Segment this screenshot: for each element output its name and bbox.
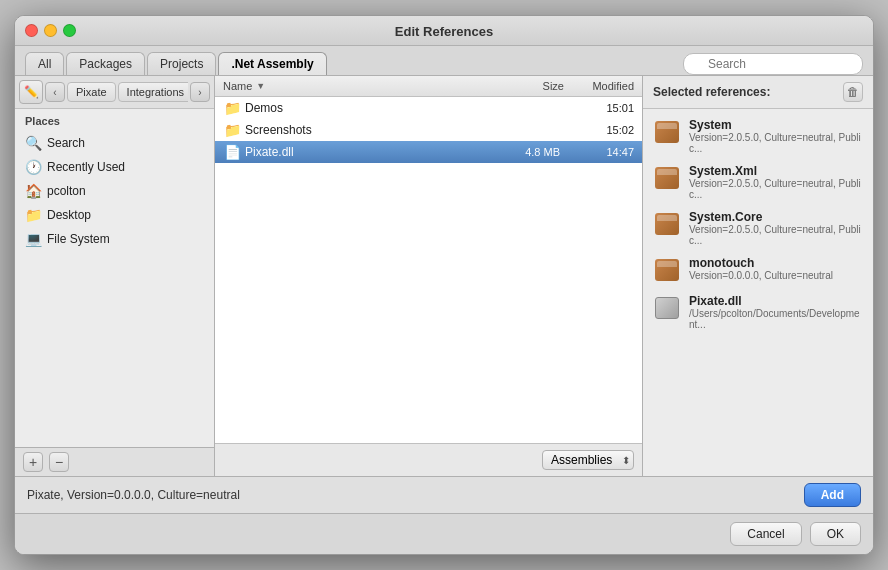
close-button[interactable] bbox=[25, 24, 38, 37]
add-button[interactable]: Add bbox=[804, 483, 861, 507]
dialog-title: Edit References bbox=[395, 24, 493, 39]
reference-list: System Version=2.0.5.0, Culture=neutral,… bbox=[643, 109, 873, 476]
file-list-header: Name ▼ Size Modified bbox=[215, 76, 642, 97]
ref-name-monotouch: monotouch bbox=[689, 256, 863, 270]
place-item-file-system[interactable]: 💻 File System bbox=[15, 227, 214, 251]
ref-item-monotouch[interactable]: monotouch Version=0.0.0.0, Culture=neutr… bbox=[643, 251, 873, 289]
tab-net-assembly[interactable]: .Net Assembly bbox=[218, 52, 326, 75]
sort-arrow-icon: ▼ bbox=[256, 81, 265, 91]
left-footer: + − bbox=[15, 447, 214, 476]
folder-icon: 📁 bbox=[25, 207, 41, 223]
edit-button[interactable]: ✏️ bbox=[19, 80, 43, 104]
ref-text-pixate-dll: Pixate.dll /Users/pcolton/Documents/Deve… bbox=[689, 294, 863, 330]
assembly-icon bbox=[653, 118, 681, 146]
place-label-desktop: Desktop bbox=[47, 208, 91, 222]
ref-item-system[interactable]: System Version=2.0.5.0, Culture=neutral,… bbox=[643, 113, 873, 159]
place-label-recently-used: Recently Used bbox=[47, 160, 125, 174]
ref-version-pixate-dll: /Users/pcolton/Documents/Development... bbox=[689, 308, 863, 330]
ref-name-pixate-dll: Pixate.dll bbox=[689, 294, 863, 308]
ref-name-system-core: System.Core bbox=[689, 210, 863, 224]
ref-text-system-xml: System.Xml Version=2.0.5.0, Culture=neut… bbox=[689, 164, 863, 200]
ref-item-system-xml[interactable]: System.Xml Version=2.0.5.0, Culture=neut… bbox=[643, 159, 873, 205]
ref-version-system-xml: Version=2.0.5.0, Culture=neutral, Public… bbox=[689, 178, 863, 200]
ref-text-monotouch: monotouch Version=0.0.0.0, Culture=neutr… bbox=[689, 256, 863, 281]
ref-name-system-xml: System.Xml bbox=[689, 164, 863, 178]
dll-icon: 📄 bbox=[223, 144, 241, 160]
search-wrap: 🔍 bbox=[683, 53, 863, 75]
place-label-pcolton: pcolton bbox=[47, 184, 86, 198]
ref-text-system: System Version=2.0.5.0, Culture=neutral,… bbox=[689, 118, 863, 154]
center-panel: Name ▼ Size Modified 📁 Demos 15:01 📁 Scr… bbox=[215, 76, 643, 476]
recently-used-icon: 🕐 bbox=[25, 159, 41, 175]
nav-forward-button[interactable]: › bbox=[190, 82, 210, 102]
file-item-pixate-dll[interactable]: 📄 Pixate.dll 4.8 MB 14:47 bbox=[215, 141, 642, 163]
nav-back-button[interactable]: ‹ bbox=[45, 82, 65, 102]
folder-icon: 📁 bbox=[223, 122, 241, 138]
action-buttons: Add bbox=[804, 483, 861, 507]
file-item-demos[interactable]: 📁 Demos 15:01 bbox=[215, 97, 642, 119]
file-name-demos: Demos bbox=[245, 101, 486, 115]
traffic-lights bbox=[25, 24, 76, 37]
file-modified-screenshots: 15:02 bbox=[564, 124, 634, 136]
nav-tab-integrations[interactable]: Integrations bbox=[118, 82, 188, 102]
file-modified-demos: 15:01 bbox=[564, 102, 634, 114]
place-item-pcolton[interactable]: 🏠 pcolton bbox=[15, 179, 214, 203]
places-header: Places bbox=[15, 109, 214, 131]
center-footer: Assemblies ⬍ bbox=[215, 443, 642, 476]
places-list: 🔍 Search 🕐 Recently Used 🏠 pcolton 📁 Des… bbox=[15, 131, 214, 447]
file-size-pixate-dll: 4.8 MB bbox=[490, 146, 560, 158]
file-modified-pixate-dll: 14:47 bbox=[564, 146, 634, 158]
assembly-icon bbox=[653, 210, 681, 238]
ref-version-monotouch: Version=0.0.0.0, Culture=neutral bbox=[689, 270, 863, 281]
remove-place-button[interactable]: − bbox=[49, 452, 69, 472]
assemblies-select[interactable]: Assemblies bbox=[542, 450, 634, 470]
nav-tabs-scroll: Pixate Integrations MonoTouch-Pixate Dem… bbox=[67, 82, 188, 102]
status-text: Pixate, Version=0.0.0.0, Culture=neutral bbox=[27, 488, 240, 502]
delete-reference-button[interactable]: 🗑 bbox=[843, 82, 863, 102]
place-label-file-system: File System bbox=[47, 232, 110, 246]
file-list: 📁 Demos 15:01 📁 Screenshots 15:02 📄 Pixa… bbox=[215, 97, 642, 443]
file-name-pixate-dll: Pixate.dll bbox=[245, 145, 486, 159]
assembly-icon bbox=[653, 256, 681, 284]
add-place-button[interactable]: + bbox=[23, 452, 43, 472]
place-item-recently-used[interactable]: 🕐 Recently Used bbox=[15, 155, 214, 179]
ref-item-pixate-dll[interactable]: Pixate.dll /Users/pcolton/Documents/Deve… bbox=[643, 289, 873, 335]
place-item-desktop[interactable]: 📁 Desktop bbox=[15, 203, 214, 227]
col-size-header: Size bbox=[494, 80, 564, 92]
main-content: ✏️ ‹ Pixate Integrations MonoTouch-Pixat… bbox=[15, 76, 873, 476]
col-modified-header: Modified bbox=[564, 80, 634, 92]
selected-references-title: Selected references: bbox=[653, 85, 770, 99]
ref-text-system-core: System.Core Version=2.0.5.0, Culture=neu… bbox=[689, 210, 863, 246]
ok-button[interactable]: OK bbox=[810, 522, 861, 546]
home-icon: 🏠 bbox=[25, 183, 41, 199]
assemblies-select-wrap: Assemblies ⬍ bbox=[542, 450, 634, 470]
cancel-button[interactable]: Cancel bbox=[730, 522, 801, 546]
place-label-search: Search bbox=[47, 136, 85, 150]
edit-references-dialog: Edit References All Packages Projects .N… bbox=[14, 15, 874, 555]
title-bar: Edit References bbox=[15, 16, 873, 46]
left-panel: ✏️ ‹ Pixate Integrations MonoTouch-Pixat… bbox=[15, 76, 215, 476]
ref-version-system-core: Version=2.0.5.0, Culture=neutral, Public… bbox=[689, 224, 863, 246]
nav-tab-pixate[interactable]: Pixate bbox=[67, 82, 116, 102]
main-tabs-row: All Packages Projects .Net Assembly 🔍 bbox=[15, 46, 873, 76]
maximize-button[interactable] bbox=[63, 24, 76, 37]
nav-tabs-row: ✏️ ‹ Pixate Integrations MonoTouch-Pixat… bbox=[15, 76, 214, 109]
file-name-screenshots: Screenshots bbox=[245, 123, 486, 137]
file-item-screenshots[interactable]: 📁 Screenshots 15:02 bbox=[215, 119, 642, 141]
tab-all[interactable]: All bbox=[25, 52, 64, 75]
tab-projects[interactable]: Projects bbox=[147, 52, 216, 75]
ref-name-system: System bbox=[689, 118, 863, 132]
minimize-button[interactable] bbox=[44, 24, 57, 37]
place-item-search[interactable]: 🔍 Search bbox=[15, 131, 214, 155]
right-panel: Selected references: 🗑 System Version=2.… bbox=[643, 76, 873, 476]
ref-item-system-core[interactable]: System.Core Version=2.0.5.0, Culture=neu… bbox=[643, 205, 873, 251]
dll-ref-icon bbox=[653, 294, 681, 322]
search-input[interactable] bbox=[683, 53, 863, 75]
right-header: Selected references: 🗑 bbox=[643, 76, 873, 109]
ref-version-system: Version=2.0.5.0, Culture=neutral, Public… bbox=[689, 132, 863, 154]
tab-packages[interactable]: Packages bbox=[66, 52, 145, 75]
search-bar: 🔍 bbox=[683, 53, 863, 75]
folder-icon: 📁 bbox=[223, 100, 241, 116]
computer-icon: 💻 bbox=[25, 231, 41, 247]
dialog-footer: Cancel OK bbox=[15, 513, 873, 554]
